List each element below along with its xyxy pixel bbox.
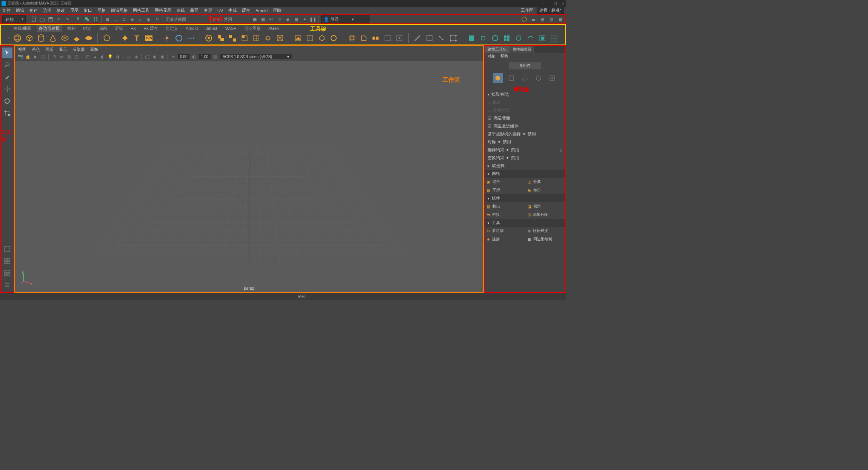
boolean-button[interactable]: ◉布尔 <box>525 186 566 194</box>
menu-cache[interactable]: 缓存 <box>242 8 250 13</box>
toggle-tool-icon[interactable]: ▥ <box>548 16 555 23</box>
save-scene-icon[interactable] <box>47 16 54 23</box>
pause-icon[interactable]: ❚❚ <box>309 16 316 23</box>
viewport[interactable]: 工作区 <box>15 61 483 292</box>
exposure-value[interactable]: 0.00 <box>178 54 189 59</box>
face-mode-icon[interactable] <box>534 73 543 83</box>
shelf-tab-fxcache[interactable]: FX 缓存 <box>141 25 160 32</box>
panel-menu-lighting[interactable]: 照明 <box>45 47 54 52</box>
uv-cylindrical-icon[interactable] <box>479 34 488 43</box>
maximize-icon[interactable]: ☐ <box>554 2 557 6</box>
select-object-icon[interactable] <box>84 16 91 23</box>
poly-append-icon[interactable] <box>383 34 392 43</box>
uv-planar-icon[interactable] <box>467 34 476 43</box>
shelf-tab-render[interactable]: 渲染 <box>112 25 125 32</box>
shelf-tab-poly[interactable]: 多边形建模 <box>37 25 62 32</box>
gamma-value[interactable]: 1.00 <box>199 54 210 59</box>
poly-separate-icon[interactable] <box>228 34 237 43</box>
layout-four-icon[interactable] <box>2 256 12 266</box>
toggle-chbox-icon[interactable]: ▦ <box>557 16 564 23</box>
drag-radio[interactable]: ○拖选 <box>485 98 565 106</box>
poly-quaddraw-icon[interactable] <box>449 34 457 43</box>
poly-crease-icon[interactable] <box>317 34 326 43</box>
login-dropdown[interactable]: 👤 登录 ▾ <box>321 15 369 23</box>
tab-attribute-editor[interactable]: 属性编辑器 <box>509 46 534 53</box>
render-region-icon[interactable]: ▦ <box>260 16 266 23</box>
poly-platonic-icon[interactable] <box>102 34 111 43</box>
xform-constraint-dropdown[interactable]: 变换约束▾禁用 <box>485 154 565 162</box>
separate-button[interactable]: ◫分离 <box>525 178 566 186</box>
gate-mask-icon[interactable]: ▦ <box>66 54 72 60</box>
shelf-tab-curves[interactable]: 曲线/曲面 <box>11 25 34 32</box>
view-transform-icon[interactable]: ▦ <box>212 54 218 60</box>
menuset-dropdown[interactable]: 建模 <box>2 15 26 23</box>
menu-surfaces[interactable]: 曲面 <box>190 8 199 13</box>
poly-snap-together-icon[interactable]: ✦✦✦ <box>186 34 195 43</box>
uv-layout-icon[interactable] <box>550 34 559 43</box>
film-gate-icon[interactable]: ▭ <box>58 54 65 60</box>
poly-subdiv-proxy-icon[interactable] <box>306 34 314 43</box>
object-mode-icon[interactable] <box>493 73 503 83</box>
colorspace-dropdown[interactable]: ACES 1.0 SDR-video (sRGB)▾ <box>220 54 292 59</box>
wireframe-icon[interactable]: ⊡ <box>85 54 91 60</box>
render-seq-icon[interactable]: ▦ <box>293 16 300 23</box>
menu-curves[interactable]: 曲线 <box>177 8 185 13</box>
poly-bevel-icon[interactable] <box>359 34 368 43</box>
menu-uv[interactable]: UV <box>217 8 223 13</box>
isolate-icon[interactable]: ◇ <box>126 54 132 60</box>
poly-plane-icon[interactable] <box>72 34 81 43</box>
snap-proj-icon[interactable]: ◈ <box>129 16 135 23</box>
menu-mesh-tools[interactable]: 网格工具 <box>133 8 149 13</box>
select-component-icon[interactable] <box>92 16 99 23</box>
tools-section[interactable]: 工具 <box>485 219 565 227</box>
toggle-attr-icon[interactable]: ▤ <box>539 16 546 23</box>
layout-single-icon[interactable] <box>2 244 12 254</box>
light-icon[interactable]: ✦ <box>301 16 308 23</box>
multi-component-button[interactable]: 多组件 <box>509 62 541 69</box>
tweak-radio[interactable]: ○调整/框选 <box>485 106 565 114</box>
shelf-tab-xgen[interactable]: XGen <box>266 26 281 31</box>
render-settings-icon[interactable]: ⛭ <box>276 16 283 23</box>
poly-cylinder-icon[interactable] <box>37 34 45 43</box>
shelf-tab-custom[interactable]: 自定义 <box>163 25 180 32</box>
poly-superellipse-icon[interactable] <box>121 34 129 43</box>
paint-select-tool[interactable] <box>2 72 12 82</box>
camera-lock-icon[interactable]: 🔒 <box>25 54 31 60</box>
targetweld-button[interactable]: ⊕目标焊接 <box>525 227 566 235</box>
poly-cube-icon[interactable] <box>25 34 34 43</box>
mel-label[interactable]: MEL <box>298 294 307 299</box>
aa-icon[interactable]: ▣ <box>159 54 165 60</box>
softselect-toggle[interactable]: ▸软选择 <box>485 162 565 170</box>
extrude-button[interactable]: ▤挤出 <box>485 202 525 210</box>
xray-icon[interactable]: ◈ <box>133 54 139 60</box>
poly-connect-icon[interactable] <box>437 34 445 43</box>
redo-icon[interactable]: ↷ <box>64 16 71 23</box>
uv-auto-icon[interactable] <box>502 34 511 43</box>
undo-icon[interactable]: ↶ <box>55 16 62 23</box>
menu-select[interactable]: 选择 <box>43 8 51 13</box>
render-frame-icon[interactable]: ▦ <box>251 16 258 23</box>
camera-select-icon[interactable]: 📷 <box>17 54 23 60</box>
workspace-dropdown[interactable]: 建模 - 标准* <box>537 7 564 14</box>
shelf-tab-bifrost[interactable]: Bifrost <box>203 26 219 31</box>
vertex-mode-icon[interactable] <box>506 73 516 83</box>
move-tool[interactable] <box>2 84 12 94</box>
poly-sphere-icon[interactable] <box>13 34 22 43</box>
uv-contour-icon[interactable] <box>514 34 523 43</box>
combine-button[interactable]: ▣结合 <box>485 178 525 186</box>
poly-fill-icon[interactable] <box>240 34 249 43</box>
menu-deform[interactable]: 变形 <box>204 8 212 13</box>
shelf-menu-icon[interactable]: ○ <box>8 36 10 40</box>
gamma-icon[interactable]: ◐ <box>191 54 197 60</box>
snap-plane-icon[interactable]: ▱ <box>137 16 144 23</box>
uv-mode-icon[interactable] <box>547 73 557 83</box>
uv-spherical-icon[interactable] <box>491 34 499 43</box>
field-chart-icon[interactable]: ◫ <box>74 54 80 60</box>
shadows-icon[interactable]: ◑ <box>115 54 121 60</box>
poly-multicut-icon[interactable] <box>413 34 422 43</box>
multicut-button[interactable]: ✂多切割 <box>485 227 525 235</box>
menu-edit[interactable]: 编辑 <box>16 8 24 13</box>
shaded-icon[interactable]: ● <box>92 54 98 60</box>
poly-pivot-icon[interactable] <box>163 34 171 43</box>
highlight-back-checkbox[interactable]: ☑亮显背面 <box>485 114 565 122</box>
